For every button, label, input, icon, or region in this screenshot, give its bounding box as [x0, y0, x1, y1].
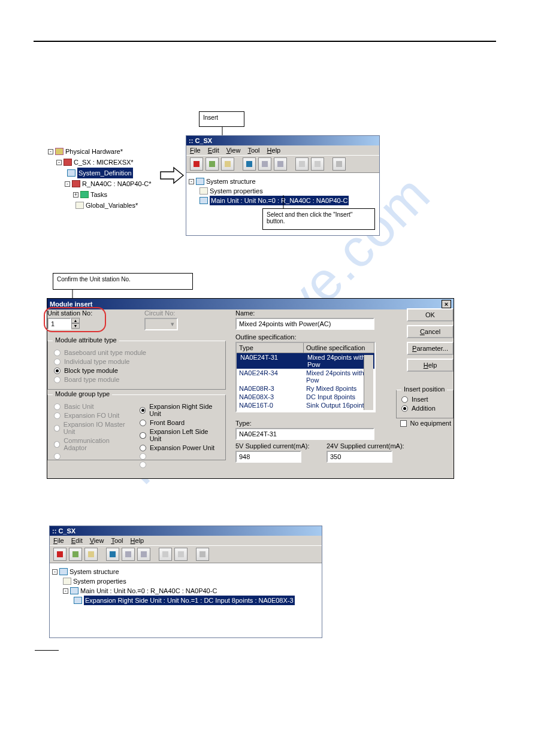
tool-btn-4[interactable] [106, 548, 119, 561]
parameter-button[interactable]: Parameter... [407, 342, 454, 355]
scrollbar[interactable] [364, 355, 373, 410]
titlebar[interactable]: :: C_SX [186, 136, 379, 145]
tree-label-expansion[interactable]: Expansion Right Side Unit : Unit No.=1 :… [84, 596, 295, 605]
tree-label[interactable]: System structure [69, 567, 119, 576]
radio-label[interactable]: Expansion Right Side Unit [149, 403, 219, 417]
tree-label[interactable]: R_NA40C : NA0P40-C* [82, 178, 152, 189]
tool-btn-5[interactable] [122, 548, 135, 561]
list-item[interactable]: NA0E24T-31Mixed 24points with Pow [237, 353, 374, 369]
tree-collapse-icon[interactable]: - [189, 179, 194, 184]
outline-listbox[interactable]: TypeOutline specification NA0E24T-31Mixe… [235, 342, 376, 412]
tool-btn-4[interactable] [243, 157, 256, 171]
svg-rect-14 [72, 551, 78, 557]
menu-view[interactable]: View [90, 537, 104, 544]
callout-confirm-station: Confirm the Unit station No. [53, 273, 193, 290]
unit-icon [70, 587, 78, 594]
ok-button[interactable]: OK [407, 308, 454, 321]
help-button[interactable]: Help [407, 359, 454, 372]
tree-collapse-icon[interactable]: - [52, 569, 58, 575]
tree-label-main-unit[interactable]: Main Unit : Unit No.=0 : R_NA40C : NA0P4… [210, 196, 349, 205]
menu-tool[interactable]: Tool [247, 147, 259, 154]
radio [54, 425, 60, 432]
spin-up-icon[interactable]: ▲ [71, 318, 80, 323]
tool-btn-9[interactable] [333, 157, 346, 171]
menu-edit[interactable]: Edit [208, 147, 219, 154]
struct-icon [59, 568, 68, 575]
close-icon[interactable]: × [442, 300, 451, 308]
radio-label[interactable]: Insert [412, 396, 428, 403]
radio[interactable] [401, 405, 408, 412]
menu-help[interactable]: Help [131, 537, 144, 544]
no-equipment-row[interactable]: No equipment [400, 420, 452, 427]
tree-collapse-icon[interactable]: - [56, 160, 62, 165]
unit-station-input[interactable]: 1 [47, 318, 71, 330]
menu-file[interactable]: File [53, 537, 64, 544]
tool-btn-6[interactable] [274, 157, 287, 171]
tree-label[interactable]: C_SX : MICREXSX* [74, 157, 134, 168]
menu-file[interactable]: FFileile [190, 147, 201, 154]
tree-label[interactable]: System structure [206, 177, 256, 186]
col-spec[interactable]: Outline specification [304, 343, 374, 353]
tree-label[interactable]: Physical Hardware* [65, 146, 123, 157]
csx-window-2: :: C_SX File Edit View Tool Help -System… [49, 526, 322, 638]
tool-btn-2[interactable] [69, 548, 82, 561]
tool-btn-6[interactable] [137, 548, 150, 561]
tool-btn-2[interactable] [205, 157, 219, 171]
list-item[interactable]: NA0E08R-3Ry Mixed 8points [237, 384, 374, 393]
menu-view[interactable]: View [226, 147, 241, 154]
name-input[interactable]: Mixed 24points with Power(AC) [235, 318, 374, 330]
radio-label[interactable]: Block type module [64, 367, 118, 374]
radio[interactable] [140, 407, 146, 414]
unit-icon [200, 197, 208, 204]
tree-expand-icon[interactable]: + [73, 192, 78, 198]
col-type[interactable]: Type [237, 343, 304, 353]
tool-btn-7[interactable] [159, 548, 172, 561]
radio[interactable] [54, 368, 61, 374]
tool-btn-9[interactable] [196, 548, 209, 561]
tree-label[interactable]: Main Unit : Unit No.=0 : R_NA40C : NA0P4… [80, 586, 217, 596]
tool-btn-5[interactable] [258, 157, 271, 171]
checkbox[interactable] [400, 420, 407, 427]
tree-label[interactable]: Tasks [90, 189, 107, 200]
tool-btn-7[interactable] [295, 157, 309, 171]
tree-collapse-icon[interactable]: - [63, 588, 68, 594]
name-label: Name: [235, 309, 376, 317]
tree-label[interactable]: System properties [73, 576, 126, 586]
list-item[interactable]: NA0E16T-0Sink Output 16points [237, 401, 374, 409]
tree-collapse-icon[interactable]: - [48, 149, 53, 154]
radio-label[interactable]: Expansion Left Side Unit [150, 428, 219, 442]
menubar: FFileile Edit View Tool Help [186, 145, 379, 155]
radio-label[interactable]: Addition [412, 405, 436, 412]
radio[interactable] [140, 445, 146, 451]
tool-btn-1[interactable] [53, 548, 67, 561]
tool-btn-3[interactable] [84, 548, 98, 561]
list-item[interactable]: NA0E24R-34Mixed 24points with Pow [237, 369, 374, 384]
menu-tool[interactable]: Tool [111, 537, 123, 544]
v5-value: 948 [235, 451, 301, 463]
radio[interactable] [140, 420, 146, 426]
radio [54, 453, 61, 460]
tree-collapse-icon[interactable]: - [65, 181, 70, 187]
svg-rect-19 [162, 551, 168, 557]
dialog-titlebar[interactable]: Module insert × [47, 299, 454, 309]
menu-edit[interactable]: Edit [71, 537, 83, 544]
titlebar[interactable]: :: C_SX [50, 526, 322, 536]
radio-label: Board type module [64, 376, 119, 383]
svg-rect-5 [246, 161, 252, 167]
tree-label-selected[interactable]: System_Definition [77, 168, 133, 178]
tree-label[interactable]: Global_Variables* [86, 200, 138, 211]
radio[interactable] [140, 432, 146, 439]
tree-label[interactable]: System properties [210, 186, 263, 196]
menu-help[interactable]: Help [267, 147, 281, 154]
radio-label[interactable]: Front Board [150, 419, 185, 426]
tool-btn-8[interactable] [311, 157, 324, 171]
list-item[interactable]: NA0AY02-MRAnalog Output 2CH [237, 409, 374, 412]
tool-btn-insert[interactable] [221, 157, 234, 171]
radio[interactable] [401, 396, 408, 403]
tool-btn-8[interactable] [174, 548, 188, 561]
radio-label[interactable]: Expansion Power Unit [150, 444, 214, 451]
spin-down-icon[interactable]: ▼ [71, 323, 80, 329]
tool-btn-1[interactable] [190, 157, 203, 171]
list-item[interactable]: NA0E08X-3DC Input 8points [237, 393, 374, 401]
cancel-button[interactable]: Cancel [407, 325, 454, 338]
